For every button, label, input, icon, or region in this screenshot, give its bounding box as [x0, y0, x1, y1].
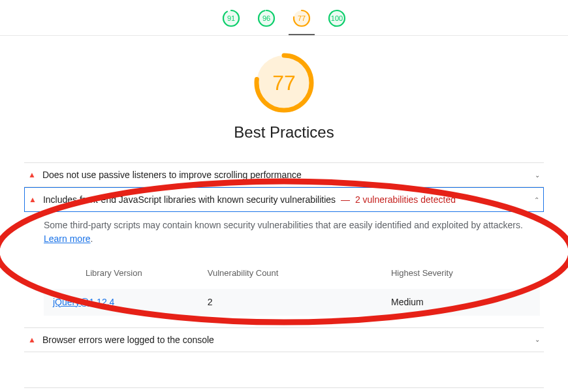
library-link[interactable]: jQuery@1.12.4 — [53, 297, 114, 307]
cell-count: 2 — [208, 289, 391, 316]
gauge-small: 100 — [328, 9, 346, 27]
audit-toggle[interactable]: ▲ Does not use passive listeners to impr… — [24, 163, 544, 187]
audit-description: Some third-party scripts may contain kno… — [44, 220, 523, 230]
audit-title: Does not use passive listeners to improv… — [42, 170, 535, 180]
hero: 77 Best Practices — [24, 52, 544, 142]
gauge-score: 96 — [257, 9, 276, 27]
audit-summary: 2 vulnerabilities detected — [355, 194, 456, 205]
gauge-large: 77 — [253, 52, 315, 114]
gauge-large-score: 77 — [253, 52, 315, 114]
audit-toggle[interactable]: ▲ Includes front-end JavaScript librarie… — [24, 187, 544, 212]
warning-icon: ▲ — [29, 196, 37, 204]
audit-title-text: Includes front-end JavaScript libraries … — [43, 194, 336, 205]
audit-title: Includes front-end JavaScript libraries … — [43, 194, 534, 205]
gauge-small: 77 — [292, 9, 311, 27]
gauge-score: 100 — [328, 9, 346, 27]
audit-toggle[interactable]: ▲ Browser errors were logged to the cons… — [24, 328, 544, 352]
audit-body: Some third-party scripts may contain kno… — [24, 212, 544, 327]
chevron-down-icon: ⌄ — [535, 336, 540, 343]
learn-more-link[interactable]: Learn more — [44, 234, 91, 244]
gauge-small: 96 — [257, 9, 276, 27]
audit-browser-errors: ▲ Browser errors were logged to the cons… — [24, 327, 544, 352]
gauge-small: 91 — [222, 9, 240, 27]
tab-accessibility[interactable]: 96 — [253, 9, 279, 35]
gauge-score: 91 — [222, 9, 240, 27]
header: 91 96 77 100 — [0, 0, 568, 36]
table-row: jQuery@1.12.4 2 Medium — [44, 289, 540, 316]
col-header-library: Library Version — [44, 262, 208, 289]
category-tabs: 91 96 77 100 — [218, 9, 350, 35]
chevron-down-icon: ⌄ — [535, 172, 540, 179]
dash: — — [341, 194, 353, 205]
audits-list: ▲ Does not use passive listeners to impr… — [24, 162, 544, 352]
tab-performance[interactable]: 91 — [218, 9, 244, 35]
cell-severity: Medium — [391, 289, 540, 316]
audit-passive-listeners: ▲ Does not use passive listeners to impr… — [24, 162, 544, 187]
warning-icon: ▲ — [28, 336, 36, 344]
audit-title: Browser errors were logged to the consol… — [42, 335, 535, 345]
page-title: Best Practices — [234, 123, 334, 142]
col-header-count: Vulnerability Count — [208, 262, 391, 289]
vulnerability-table: Library Version Vulnerability Count High… — [44, 262, 540, 316]
chevron-up-icon: ⌃ — [534, 196, 539, 204]
passed-audits[interactable]: Passed audits (11) ⌄ — [24, 387, 544, 393]
page: 91 96 77 100 — [0, 0, 568, 392]
col-header-severity: Highest Severity — [391, 262, 540, 289]
warning-icon: ▲ — [28, 171, 36, 179]
main: 77 Best Practices ▲ Does not use passive… — [0, 36, 568, 392]
gauge-score: 77 — [292, 9, 311, 27]
tab-best-practices[interactable]: 77 — [289, 9, 315, 35]
tab-seo[interactable]: 100 — [324, 9, 350, 35]
audit-vulnerable-libraries: ▲ Includes front-end JavaScript librarie… — [24, 187, 544, 327]
